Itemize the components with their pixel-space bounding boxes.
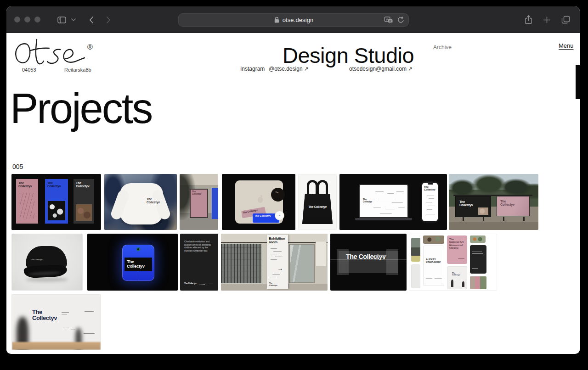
sticker-white: ~ <box>275 211 284 220</box>
browser-window: otse.design A <box>6 6 580 354</box>
billboard-black: The Collectyv <box>455 196 491 217</box>
sticker-black: The <box>270 186 286 203</box>
address-bar[interactable]: otse.design A <box>178 13 409 27</box>
back-icon[interactable] <box>86 6 96 33</box>
black-card <box>470 245 486 274</box>
project-tile-street-posters[interactable]: The Collectyv <box>180 174 218 230</box>
project-tile-bus-stop[interactable]: The Collectyv The Collectyv <box>449 174 538 230</box>
arrow-icon: → <box>277 265 283 272</box>
project-tile-poster-triptych[interactable]: The Collectyv The Collectyv The Collecty… <box>11 174 101 230</box>
address-url: otse.design <box>283 17 314 23</box>
project-tile-sweatshirt[interactable]: The Collectyv <box>104 174 177 230</box>
project-tile-website-mockups[interactable]: The Collectyv The Collectyv <box>339 174 447 230</box>
email-link[interactable]: otsedesign@gmail.com ↗ <box>349 66 413 72</box>
poster-blue: The Collectyv <box>45 179 68 224</box>
project-tile-blue-tag[interactable]: The Collectyv <box>87 234 178 291</box>
chevron-down-icon[interactable] <box>70 6 77 33</box>
logo-address: Reitarska8b <box>64 67 91 73</box>
minimize-window-button[interactable] <box>24 17 30 22</box>
projects-count: 005 <box>12 163 23 170</box>
browser-toolbar: otse.design A <box>6 6 580 33</box>
project-tile-statement-card[interactable]: Charitable exhibition and auction aimed … <box>180 234 218 291</box>
address-url-group: otse.design <box>274 17 314 23</box>
phone-mockup: The Collectyv <box>421 181 439 223</box>
page-title: Design Studio <box>283 43 414 68</box>
apple-logo-icon <box>258 197 263 203</box>
reload-icon[interactable] <box>397 17 404 24</box>
registered-mark: ® <box>87 43 93 51</box>
instagram-label[interactable]: Instagram <box>240 66 265 72</box>
billboard-pink: The Collectyv <box>497 196 530 216</box>
project-tile-cap[interactable]: The Collectyv <box>11 234 83 291</box>
exhibition-sign-pillar: Exhibition room → The Collectyv <box>267 235 288 289</box>
blue-tag: The Collectyv <box>122 245 154 281</box>
menu-link[interactable]: Menu <box>559 42 574 49</box>
project-tile-cards-collage[interactable]: ALEXEY KONDAKOV The National Art Museum … <box>409 234 497 291</box>
close-window-button[interactable] <box>14 17 20 22</box>
otse-logo[interactable] <box>13 39 91 67</box>
zoom-window-button[interactable] <box>34 17 40 22</box>
scrollbar-thumb[interactable] <box>576 65 580 99</box>
museum-card: The National Art Museum of Ukraine <box>447 235 467 264</box>
gallery-photo-card: The Collectyv <box>447 266 467 289</box>
project-tile-exhibition-entrance[interactable]: Exhibition room → The Collectyv <box>221 234 328 291</box>
logo-postcode: 04053 <box>22 67 36 73</box>
street-poster-blue <box>212 188 218 219</box>
webpage: ® 04053 Reitarska8b Design Studio Instag… <box>6 33 580 353</box>
new-tab-icon[interactable] <box>541 6 552 33</box>
instagram-handle-link[interactable]: @otse.design ↗ <box>269 66 309 72</box>
project-tile-tote-bag[interactable]: The Collectyv <box>298 174 337 230</box>
laptop-lid: The Collectyv The Collectyv The ~ <box>235 180 283 224</box>
tote-bag: The Collectyv <box>302 194 333 224</box>
tab-overview-icon[interactable] <box>560 6 571 33</box>
poster-pink: The Collectyv <box>16 179 38 224</box>
projects-heading: Projects <box>10 87 152 129</box>
artist-card: ALEXEY KONDAKOV <box>423 246 444 286</box>
project-tile-billboard-title[interactable]: The Collectyv <box>330 234 407 291</box>
project-tile-laptop-stickers[interactable]: The Collectyv The Collectyv The ~ <box>222 174 295 230</box>
signature-squiggle <box>198 282 206 285</box>
forward-icon[interactable] <box>104 6 113 33</box>
share-icon[interactable] <box>523 6 534 33</box>
sidebar-icon[interactable] <box>56 6 67 33</box>
statement-text: Charitable exhibition and auction aimed … <box>184 240 213 252</box>
archive-link[interactable]: Archive <box>433 44 452 50</box>
project-tile-gallery-wall[interactable]: The Collectyv <box>11 294 101 350</box>
lock-icon <box>274 17 280 23</box>
translate-icon[interactable]: A <box>384 17 393 23</box>
street-poster-pink: The Collectyv <box>190 189 208 218</box>
laptop-mockup: The Collectyv <box>359 184 408 218</box>
poster-dark: The Collectyv <box>74 179 94 224</box>
